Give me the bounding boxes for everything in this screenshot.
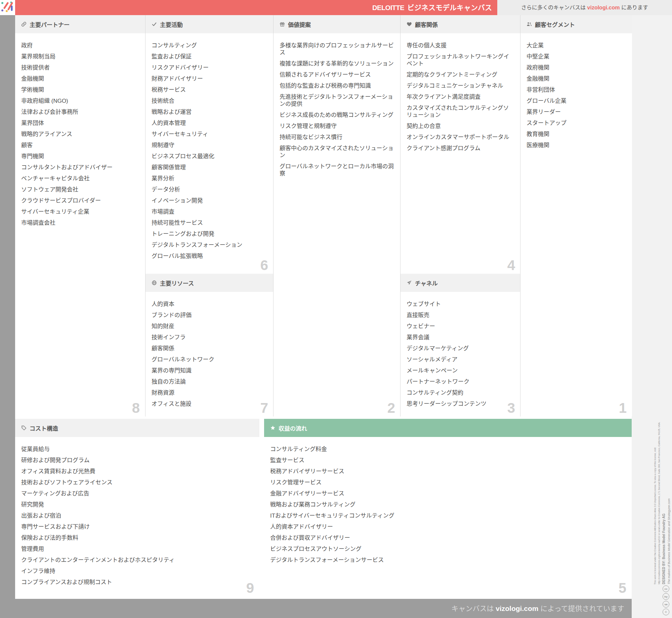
- list-item: 思考リーダーシップコンテンツ: [407, 400, 514, 407]
- footer-vizologi-link[interactable]: vizologi.com: [496, 605, 538, 612]
- list-item: 監査および保証: [152, 53, 267, 60]
- list-item: 持続可能なビジネス慣行: [280, 134, 394, 141]
- list-item: 中堅企業: [527, 53, 625, 60]
- section-channels: チャネル ウェブサイト直接販売ウェビナー業界会議デジタルマーケティングソーシャル…: [400, 274, 520, 416]
- cost-structure-header: コスト構造: [15, 419, 259, 437]
- list-item: 年次クライアント満足度調査: [407, 93, 514, 100]
- list-item: 専門サービスおよび下請け: [21, 523, 253, 530]
- attribution-vertical-text: This work is licensed under the Creative…: [654, 422, 671, 584]
- list-item: 持続可能性サービス: [152, 219, 267, 226]
- list-item: 業界規制当局: [21, 53, 138, 60]
- list-item: コンサルタントおよびアドバイザー: [21, 164, 138, 171]
- list-item: 包括的な監査および税務の専門知識: [280, 82, 394, 89]
- vizologi-link[interactable]: vizologi.com: [587, 5, 620, 10]
- list-item: 従業員給与: [21, 446, 253, 453]
- section-cost-structure: コスト構造 従業員給与研修および開発プログラムオフィス賃貸料および光熱費技術およ…: [15, 419, 259, 597]
- section-key-resources: 主要リソース 人的資本ブランドの評価知的財産技術インフラ顧客関係グローバルネット…: [145, 274, 274, 416]
- list-item: 顧客関係管理: [152, 164, 267, 171]
- heart-icon: [407, 21, 412, 27]
- section-customer-segments: 顧客セグメント 大企業中堅企業政府機関金融機関非営利団体グローバル企業業界リーダ…: [520, 15, 632, 416]
- list-item: 契約上の合意: [407, 123, 514, 130]
- list-item: 学術機関: [21, 86, 138, 93]
- customer-relationships-header: 顧客関係: [401, 15, 520, 33]
- list-item: 研修および開発プログラム: [21, 457, 253, 464]
- list-item: クライアント感謝プログラム: [407, 145, 514, 152]
- more-canvases-banner: さらに多くのキャンバスは vizologi.com にあります: [497, 0, 672, 15]
- list-item: 合併および買収アドバイザリー: [270, 534, 625, 541]
- list-item: 金融機関: [21, 75, 138, 82]
- cost-structure-list: 従業員給与研修および開発プログラムオフィス賃貸料および光熱費技術およびソフトウェ…: [15, 437, 259, 586]
- section-number: 2: [387, 401, 395, 415]
- key-activities-header: 主要活動: [145, 15, 274, 33]
- list-item: 医療機関: [527, 142, 625, 149]
- globe-icon: [152, 280, 157, 285]
- list-item: 税務サービス: [152, 86, 267, 93]
- customer-relationships-list: 専任の個人支援プロフェッショナルネットワーキングイベント定期的なクライアントミー…: [401, 33, 520, 152]
- list-item: コンプライアンスおよび規制コスト: [21, 579, 253, 586]
- revenue-streams-header: 収益の流れ: [264, 419, 632, 437]
- list-item: オフィスと施設: [152, 400, 267, 407]
- list-item: 市場調査: [152, 208, 267, 215]
- company-brand: DELOITTE: [372, 4, 404, 11]
- list-item: コンサルティング契約: [407, 389, 514, 396]
- list-item: コンサルティング料金: [270, 446, 625, 453]
- list-item: 政府: [21, 42, 138, 49]
- list-item: 非政府組織 (NGO): [21, 97, 138, 104]
- list-item: グローバル拡張戦略: [152, 253, 267, 260]
- list-item: 人的資本: [152, 301, 267, 308]
- list-item: ソフトウェア開発会社: [21, 186, 138, 193]
- check-icon: [152, 21, 157, 27]
- list-item: 戦略および運営: [152, 108, 267, 116]
- key-resources-list: 人的資本ブランドの評価知的財産技術インフラ顧客関係グローバルネットワーク業界の専…: [145, 292, 274, 407]
- list-item: クラウドサービスプロバイダー: [21, 197, 138, 204]
- list-item: ソーシャルメディア: [407, 356, 514, 363]
- list-item: 金融アドバイザリーサービス: [270, 490, 625, 497]
- section-number: 9: [246, 581, 254, 595]
- list-item: 専任の個人支援: [407, 42, 514, 49]
- key-partners-list: 政府業界規制当局技術提供者金融機関学術機関非政府組織 (NGO)法律および会計事…: [15, 33, 145, 226]
- list-item: 独自の方法論: [152, 378, 267, 385]
- section-number: 6: [260, 258, 268, 272]
- more-canvases-text-after: にあります: [621, 5, 648, 10]
- list-item: 技術インフラ: [152, 334, 267, 341]
- list-item: 人的資本アドバイザリー: [270, 523, 625, 530]
- cc-attribution-icon: by: [663, 593, 669, 600]
- footer-bar: キャンバスは vizologi.com によって提供されています: [0, 599, 632, 618]
- list-item: 戦略および業務コンサルティング: [270, 501, 625, 508]
- list-item: リスクアドバイザリー: [152, 64, 267, 71]
- users-icon: [527, 21, 532, 27]
- page-title: DELOITTEビジネスモデルキャンバス: [372, 0, 492, 15]
- designed-by-text: DESIGNED BY: Business Model Foundry AG: [662, 514, 666, 584]
- section-number: 1: [619, 401, 627, 415]
- list-item: 技術およびソフトウェアライセンス: [21, 479, 253, 486]
- list-item: メールキャンペーン: [407, 367, 514, 374]
- value-propositions-header: 価値提案: [274, 15, 401, 33]
- cc-copyright-icon: ©: [663, 609, 669, 615]
- list-item: 金融機関: [527, 75, 625, 82]
- section-key-partners: 主要パートナー 政府業界規制当局技術提供者金融機関学術機関非政府組織 (NGO)…: [15, 15, 145, 416]
- list-item: 業界分析: [152, 175, 267, 182]
- section-number: 7: [260, 401, 268, 415]
- list-item: 法律および会計事務所: [21, 108, 138, 116]
- list-item: デジタルコミュニケーションチャネル: [407, 82, 514, 89]
- list-item: オフィス賃貸料および光熱費: [21, 468, 253, 475]
- list-item: 顧客関係: [152, 345, 267, 352]
- list-item: ベンチャーキャピタル会社: [21, 175, 138, 182]
- list-item: 知的財産: [152, 323, 267, 330]
- list-item: 人的資本管理: [152, 120, 267, 127]
- customer-segments-label: 顧客セグメント: [535, 20, 575, 29]
- customer-relationships-label: 顧客関係: [415, 20, 438, 29]
- footer-text-after: によって提供されています: [540, 605, 624, 612]
- list-item: イノベーション開発: [152, 197, 267, 204]
- list-item: 政府機関: [527, 64, 625, 71]
- list-item: 顧客: [21, 142, 138, 149]
- list-item: 戦略的アライアンス: [21, 131, 138, 138]
- cost-structure-label: コスト構造: [30, 424, 58, 432]
- canvas-title: ビジネスモデルキャンバス: [407, 4, 492, 11]
- list-item: ビジネスプロセス最適化: [152, 153, 267, 160]
- cc-license-icon: cc: [663, 585, 669, 592]
- list-item: データ分析: [152, 186, 267, 193]
- list-item: 先進技術とデジタルトランスフォーメーションの提供: [280, 93, 394, 107]
- list-item: 業界リーダー: [527, 108, 625, 116]
- key-partners-header: 主要パートナー: [15, 15, 145, 33]
